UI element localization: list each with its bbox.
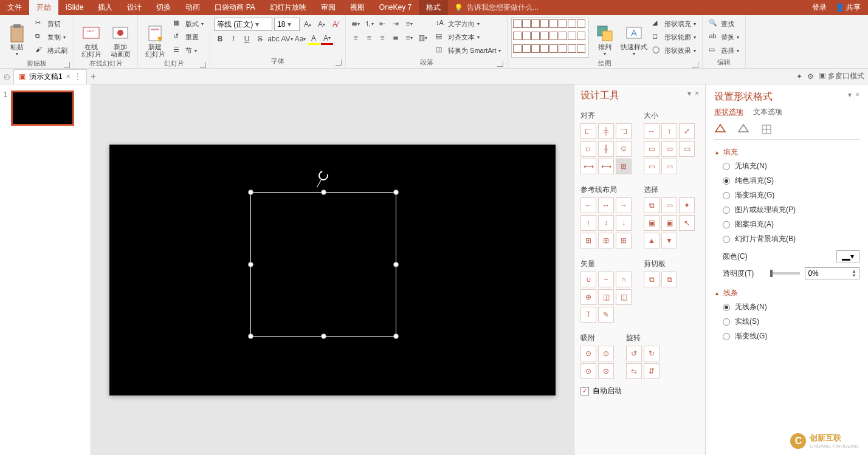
guide-top-icon[interactable]: ↑ [580, 215, 596, 231]
select-magic-icon[interactable]: ✦ [679, 197, 695, 213]
layout-button[interactable]: ▦版式▾ [171, 18, 206, 30]
gradient-line-radio[interactable]: 渐变线(G) [723, 331, 859, 341]
gradient-fill-radio[interactable]: 渐变填充(G) [723, 190, 859, 200]
union-icon[interactable]: ∪ [580, 272, 596, 287]
align-left-button[interactable]: ≡ [350, 32, 362, 44]
font-name-combo[interactable]: 等线 (正文)▾ [214, 18, 272, 31]
resize-handle-mr[interactable] [393, 262, 399, 267]
select-back-icon[interactable]: ▼ [661, 233, 677, 248]
find-button[interactable]: 🔍查找 [706, 18, 742, 30]
same-width-icon[interactable]: ↔ [644, 123, 660, 139]
select-front-icon[interactable]: ▲ [644, 233, 660, 248]
solid-fill-radio[interactable]: 纯色填充(S) [723, 176, 859, 186]
panel-dropdown-icon[interactable]: ▾ [687, 89, 691, 98]
compass-icon[interactable]: ◴ [4, 72, 10, 81]
size-props-tab-icon[interactable] [760, 123, 773, 135]
select-button[interactable]: ▭选择▾ [706, 44, 742, 56]
guide-left-icon[interactable]: ← [580, 197, 596, 213]
subtract-icon[interactable]: − [598, 272, 614, 287]
highlight-button[interactable]: A [308, 33, 320, 45]
copy-format-icon[interactable]: ⧉ [644, 272, 660, 287]
shape-gallery[interactable] [511, 18, 589, 58]
close-tab-button[interactable]: × [66, 72, 71, 81]
share-button[interactable]: 👤共享 [835, 2, 861, 13]
guide-grid-3-icon[interactable]: ⊞ [616, 233, 632, 248]
resize-handle-br[interactable] [393, 334, 399, 339]
login-link[interactable]: 登录 [812, 2, 827, 13]
color-picker[interactable]: ▾ [836, 250, 859, 262]
panel-close-button[interactable]: × [695, 89, 699, 98]
align-text-button[interactable]: ▤对齐文本▾ [433, 31, 503, 43]
shadow-button[interactable]: abc [267, 33, 280, 45]
rotate-left-icon[interactable]: ↺ [626, 346, 642, 361]
flip-v-icon[interactable]: ⇵ [644, 363, 660, 379]
line-section-header[interactable]: ▲线条 [714, 288, 859, 298]
shape-effects-button[interactable]: ◯形状效果▾ [650, 44, 698, 56]
align-top-icon[interactable]: ⫐ [580, 141, 596, 157]
rotate-right-icon[interactable]: ↻ [644, 346, 660, 361]
size-icon-8[interactable]: ▭ [661, 159, 677, 174]
guide-grid-1-icon[interactable]: ⊞ [580, 233, 596, 248]
tab-design[interactable]: 设计 [120, 0, 149, 15]
tab-insert[interactable]: 插入 [91, 0, 120, 15]
select-all-icon[interactable]: ▣ [661, 215, 677, 231]
fill-section-header[interactable]: ▲填充 [714, 147, 859, 157]
format-panel-dropdown[interactable]: ▾ [848, 91, 852, 99]
distribute-v-icon[interactable]: ⟷ [598, 159, 614, 174]
same-height-icon[interactable]: ↕ [661, 123, 677, 139]
distribute-h-icon[interactable]: ⟷ [580, 159, 596, 174]
tab-view[interactable]: 视图 [343, 0, 372, 15]
shape-outline-button[interactable]: ◻形状轮廓▾ [650, 31, 698, 43]
slide-canvas[interactable] [91, 84, 574, 455]
vector-6-icon[interactable]: ◫ [616, 289, 632, 305]
align-center-h-icon[interactable]: ╪ [598, 123, 614, 139]
tab-pocket-anim[interactable]: 口袋动画 PA [207, 0, 262, 15]
wand-icon[interactable]: ✦ [796, 72, 802, 81]
effects-tab-icon[interactable] [737, 123, 749, 135]
new-slide-button[interactable]: 新建 幻灯片 [142, 18, 168, 58]
shape-fill-button[interactable]: ◢形状填充▾ [650, 18, 698, 30]
format-panel-close[interactable]: × [855, 91, 859, 99]
distribute-grid-icon[interactable]: ⊞ [616, 159, 632, 174]
decrease-font-button[interactable]: A▾ [315, 18, 328, 30]
transparency-input[interactable]: 0%▲▼ [805, 267, 859, 279]
align-right-button[interactable]: ≡ [376, 32, 388, 44]
justify-button[interactable]: ≣ [390, 32, 402, 44]
thumbnail-1[interactable]: 1 [4, 91, 87, 126]
rotate-handle[interactable] [317, 169, 330, 182]
arrange-button[interactable]: 排列▾ [591, 18, 618, 58]
snap-4-icon[interactable]: ⊙ [598, 363, 614, 379]
bullets-button[interactable]: ≣▾ [350, 18, 362, 30]
tab-onekey[interactable]: OneKey 7 [372, 0, 419, 15]
align-bottom-icon[interactable]: ⫑ [616, 141, 632, 157]
snap-3-icon[interactable]: ⊙ [580, 363, 596, 379]
intersect-icon[interactable]: ∩ [616, 272, 632, 287]
select-size-icon[interactable]: ▭ [661, 197, 677, 213]
paragraph-launcher[interactable] [497, 61, 503, 67]
document-tab[interactable]: ▣ 演示文稿1 × ⋮ [13, 69, 87, 84]
select-group-icon[interactable]: ▣ [644, 215, 660, 231]
tab-islide[interactable]: iSlide [58, 0, 91, 15]
new-tab-button[interactable]: + [91, 71, 96, 82]
font-size-combo[interactable]: 18▾ [274, 18, 300, 31]
multi-window-button[interactable]: ▣ 多窗口模式 [819, 71, 864, 81]
align-right-icon[interactable]: ⫎ [616, 123, 632, 139]
select-same-icon[interactable]: ⧉ [644, 197, 660, 213]
guide-middle-icon[interactable]: ↕ [598, 215, 614, 231]
snap-1-icon[interactable]: ⊙ [580, 346, 596, 361]
quick-styles-button[interactable]: A 快速样式▾ [621, 18, 647, 58]
increase-indent-button[interactable]: ⇥ [390, 18, 402, 30]
underline-button[interactable]: U [241, 33, 253, 45]
size-icon-6[interactable]: ▭ [679, 141, 695, 157]
section-button[interactable]: ☰节▾ [171, 44, 206, 56]
slide-bg-fill-radio[interactable]: 幻灯片背景填充(B) [723, 234, 859, 244]
smartart-button[interactable]: ◫转换为 SmartArt▾ [433, 44, 503, 56]
tab-animation[interactable]: 动画 [178, 0, 207, 15]
tab-home[interactable]: 开始 [29, 0, 58, 15]
gear-icon[interactable]: ⚙ [807, 72, 814, 81]
guide-right-icon[interactable]: → [616, 197, 632, 213]
copy-button[interactable]: ⧉复制▾ [33, 31, 70, 43]
bold-button[interactable]: B [214, 33, 226, 45]
same-size-icon[interactable]: ⤢ [679, 123, 695, 139]
increase-font-button[interactable]: A▴ [301, 18, 314, 30]
